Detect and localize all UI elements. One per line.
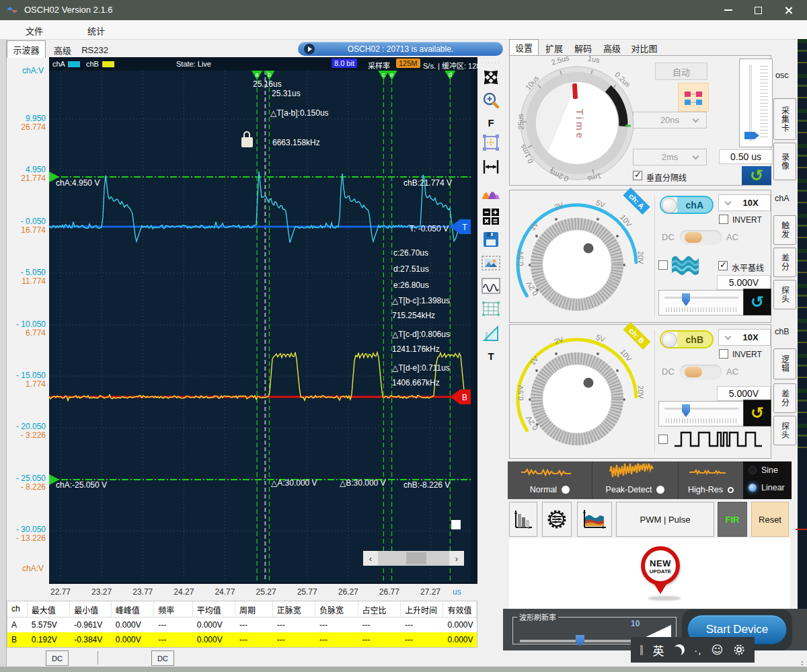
measure-width-button[interactable] (477, 159, 504, 175)
toolbar-handle[interactable] (640, 645, 643, 655)
fir-button[interactable]: FIR (718, 502, 747, 537)
mode-normal-radio[interactable] (562, 486, 570, 494)
chb-color-swatch[interactable] (102, 61, 114, 67)
side-tab-probe-a[interactable]: 探头 (773, 280, 796, 309)
chb-reset-button[interactable]: ↺ (743, 400, 771, 426)
math-operations-button[interactable] (477, 207, 504, 226)
crop-frame-button[interactable] (477, 133, 504, 152)
mode-high-res[interactable]: High-Res (678, 461, 743, 499)
chb-offset-slider[interactable] (658, 401, 744, 426)
waveform-window-button[interactable] (477, 277, 504, 295)
scroll-track[interactable] (378, 551, 449, 566)
cha-hbaseline-checkbox[interactable] (718, 261, 728, 270)
refresh-slider-handle[interactable] (576, 635, 584, 646)
tab-extension[interactable]: 扩展 (540, 41, 568, 55)
filter-settings-button[interactable] (542, 502, 572, 537)
plot-scrollbar[interactable]: ‹ › (363, 551, 464, 566)
zoom-button[interactable] (477, 91, 504, 110)
gear-icon[interactable] (733, 644, 745, 656)
slider-handle[interactable] (682, 293, 690, 306)
auto-button[interactable]: 自动 (655, 63, 707, 80)
chb-coupling-toggle[interactable] (680, 365, 722, 379)
tab-settings[interactable]: 设置 (509, 39, 539, 55)
cha-enable-toggle[interactable]: chA (660, 196, 714, 214)
spectrum-view-button[interactable] (577, 502, 612, 537)
cha-reset-button[interactable]: ↺ (743, 289, 771, 315)
mode-peak-radio[interactable] (656, 486, 664, 494)
histogram-tool-button[interactable] (509, 502, 537, 537)
table-row-chb[interactable]: B0.192V-0.384V0.000V---0.000V-----------… (7, 632, 477, 647)
side-tab-probe-b[interactable]: 探头 (773, 416, 796, 445)
close-button[interactable] (773, 0, 804, 20)
punctuation-icon[interactable]: ·, (694, 644, 701, 656)
linear-radio[interactable] (748, 484, 757, 492)
mode-high-res-radio[interactable] (728, 487, 734, 493)
fft-button[interactable]: F (477, 117, 504, 128)
ruler-button[interactable] (477, 324, 504, 344)
tab-advanced[interactable]: 高级 (48, 42, 77, 57)
side-tab-logic[interactable]: 逻辑 (773, 348, 796, 379)
cha-color-swatch[interactable] (68, 61, 80, 67)
minimize-button[interactable] (713, 0, 743, 20)
scroll-right-button[interactable]: › (449, 551, 464, 566)
pwm-pulse-button[interactable]: PWM | Pulse (616, 502, 714, 537)
tab-compare[interactable]: 对比图 (627, 41, 662, 55)
layout-grid-button[interactable] (678, 83, 709, 112)
expand-button[interactable] (477, 69, 504, 86)
chb-invert-checkbox[interactable] (719, 349, 728, 359)
sine-radio[interactable] (748, 466, 757, 474)
cha-invert-checkbox[interactable] (719, 215, 728, 224)
histogram-view-button[interactable] (477, 183, 504, 200)
moon-icon[interactable] (674, 644, 685, 655)
tab-advanced-right[interactable]: 高级 (598, 41, 626, 55)
reset-button[interactable]: Reset (751, 502, 789, 537)
side-tab-trigger[interactable]: 触发 (773, 215, 796, 245)
cha-coupling-toggle[interactable] (680, 230, 722, 245)
menu-statistics[interactable]: 统计 (87, 24, 105, 37)
interp-linear[interactable]: Linear (748, 483, 785, 492)
slider-handle[interactable] (744, 132, 759, 139)
save-button[interactable] (477, 230, 504, 249)
cha-offset-slider[interactable] (658, 290, 744, 315)
coarse-timebase-dropdown[interactable]: 2ms (633, 149, 707, 165)
chb-probe-dropdown[interactable]: 10X (718, 329, 771, 346)
device-status-pill[interactable]: OSCH02 : 20713 is available. (298, 42, 503, 56)
table-header-row[interactable]: ch最大值最小值峰峰值频率平均值周期正脉宽负脉宽占空比上升时间有效值 (7, 601, 477, 618)
drag-handle[interactable]: ······ (477, 59, 504, 66)
side-tab-record[interactable]: 录像 (773, 143, 796, 180)
maximize-button[interactable] (743, 0, 773, 20)
screenshot-button[interactable] (477, 254, 504, 272)
cha-coupling-button[interactable]: DC (46, 650, 69, 666)
plot-corner-handle[interactable] (451, 520, 461, 529)
lock-icon[interactable] (241, 131, 254, 149)
side-tab-capture-card[interactable]: 采集卡 (773, 98, 796, 140)
side-tab-diff-b[interactable]: 差分 (773, 383, 796, 413)
new-update-badge[interactable]: NEW UPDATE (641, 546, 680, 585)
time-reset-button[interactable]: ↺ (742, 166, 771, 185)
emoji-icon[interactable]: ☺ (712, 643, 724, 657)
side-tab-cha[interactable]: chA (775, 194, 790, 203)
vertical-separator-checkbox[interactable] (633, 171, 642, 180)
menu-file[interactable]: 文件 (26, 24, 43, 37)
side-tab-diff-a[interactable]: 差分 (773, 248, 796, 277)
tab-oscilloscope[interactable]: 示波器 (7, 40, 46, 58)
mode-normal[interactable]: Normal (508, 461, 592, 499)
text-annotation-button[interactable]: T (477, 350, 504, 362)
slider-handle[interactable] (682, 404, 690, 417)
cha-probe-dropdown[interactable]: 10X (718, 194, 771, 211)
scroll-thumb[interactable] (406, 552, 426, 564)
fine-timebase-dropdown[interactable]: 20ns (633, 112, 707, 128)
table-row-cha[interactable]: A5.575V-0.961V0.000V---0.000V-----------… (7, 618, 477, 632)
data-table-button[interactable] (477, 300, 504, 318)
chb-pulse-checkbox[interactable] (658, 435, 668, 444)
tab-rs232[interactable]: RS232 (78, 42, 112, 57)
time-window-slider[interactable] (739, 59, 773, 147)
mode-peak-detect[interactable]: Peak-Detect (592, 461, 678, 499)
side-tab-osc[interactable]: osc (775, 71, 788, 80)
chb-coupling-button[interactable]: DC (151, 650, 174, 666)
cha-wave-checkbox[interactable] (658, 260, 668, 270)
side-tab-chb[interactable]: chB (775, 327, 790, 336)
scroll-left-button[interactable]: ‹ (363, 551, 378, 566)
ime-language-button[interactable]: 英 (653, 642, 664, 659)
plot-area[interactable]: abcedTB 25.16us 25.31us △T[a-b]:0.150us … (49, 71, 471, 582)
